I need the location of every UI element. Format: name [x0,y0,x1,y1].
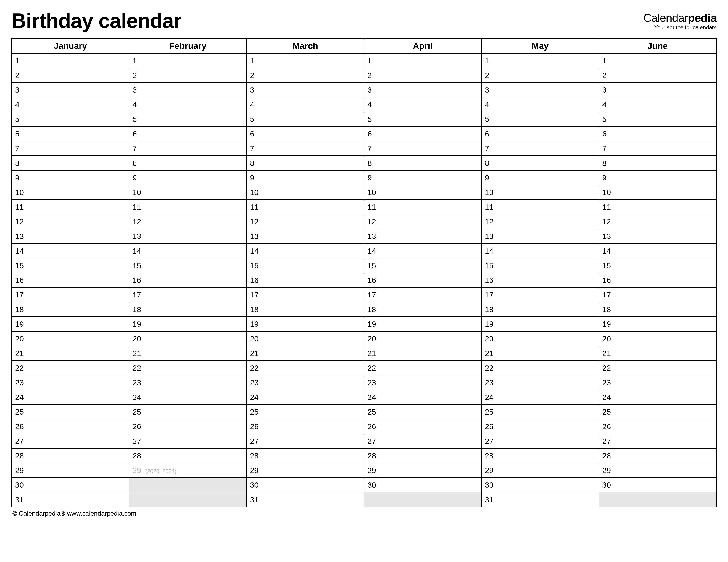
day-cell[interactable]: 27 [599,434,716,448]
day-cell[interactable]: 2 [599,68,716,83]
day-cell[interactable]: 11 [482,200,599,214]
day-cell[interactable]: 1 [482,53,599,68]
day-cell[interactable]: 27 [129,434,247,448]
day-cell[interactable]: 1 [12,53,129,68]
day-cell[interactable]: 6 [12,126,129,141]
day-cell[interactable]: 11 [599,200,716,214]
day-cell[interactable]: 1 [129,53,247,68]
day-cell[interactable]: 25 [246,404,364,419]
day-cell[interactable]: 30 [12,478,129,492]
day-cell[interactable]: 3 [364,83,482,97]
day-cell[interactable]: 10 [599,185,716,200]
day-cell[interactable]: 9 [12,170,129,185]
day-cell[interactable]: 30 [599,478,716,492]
day-cell[interactable]: 1 [364,53,482,68]
day-cell[interactable]: 9 [599,170,716,185]
day-cell[interactable]: 2 [482,68,599,83]
day-cell[interactable]: 11 [12,200,129,214]
day-cell[interactable]: 17 [246,287,364,302]
day-cell[interactable]: 24 [246,390,364,404]
day-cell[interactable]: 12 [129,214,247,229]
day-cell[interactable]: 15 [12,258,129,273]
day-cell[interactable]: 29 [364,463,482,478]
day-cell[interactable]: 29 [246,463,364,478]
day-cell[interactable]: 25 [364,404,482,419]
day-cell[interactable]: 10 [246,185,364,200]
day-cell[interactable]: 23 [129,375,247,390]
day-cell[interactable]: 26 [12,419,129,434]
day-cell[interactable]: 24 [129,390,247,404]
day-cell[interactable]: 28 [364,448,482,463]
day-cell[interactable]: 4 [246,97,364,112]
day-cell[interactable]: 26 [246,419,364,434]
day-cell[interactable]: 29 [12,463,129,478]
day-cell[interactable]: 16 [246,273,364,287]
day-cell[interactable]: 16 [482,273,599,287]
day-cell[interactable]: 15 [364,258,482,273]
day-cell[interactable]: 14 [482,244,599,258]
day-cell[interactable]: 23 [12,375,129,390]
day-cell[interactable]: 16 [599,273,716,287]
day-cell[interactable]: 8 [482,156,599,170]
day-cell[interactable]: 24 [599,390,716,404]
day-cell[interactable]: 20 [12,331,129,346]
day-cell[interactable]: 20 [599,331,716,346]
day-cell[interactable]: 17 [12,287,129,302]
day-cell[interactable]: 25 [129,404,247,419]
day-cell[interactable]: 23 [599,375,716,390]
day-cell[interactable]: 17 [599,287,716,302]
day-cell[interactable]: 26 [482,419,599,434]
day-cell[interactable]: 16 [12,273,129,287]
day-cell[interactable]: 24 [482,390,599,404]
day-cell[interactable]: 12 [364,214,482,229]
day-cell[interactable]: 26 [599,419,716,434]
day-cell[interactable]: 18 [246,302,364,317]
day-cell[interactable]: 1 [246,53,364,68]
day-cell[interactable]: 19 [482,317,599,331]
day-cell[interactable]: 2 [364,68,482,83]
day-cell[interactable]: 27 [364,434,482,448]
day-cell[interactable]: 25 [599,404,716,419]
day-cell[interactable]: 23 [246,375,364,390]
day-cell[interactable]: 22 [246,361,364,375]
day-cell[interactable]: 29 [482,463,599,478]
day-cell[interactable]: 3 [246,83,364,97]
day-cell[interactable]: 12 [599,214,716,229]
day-cell[interactable]: 12 [246,214,364,229]
day-cell[interactable]: 13 [246,229,364,244]
day-cell[interactable]: 4 [12,97,129,112]
day-cell[interactable]: 28 [129,448,247,463]
day-cell[interactable]: 10 [12,185,129,200]
day-cell[interactable]: 14 [599,244,716,258]
day-cell[interactable]: 11 [364,200,482,214]
day-cell[interactable]: 30 [246,478,364,492]
day-cell[interactable]: 26 [364,419,482,434]
day-cell[interactable]: 7 [364,141,482,156]
day-cell[interactable]: 14 [12,244,129,258]
day-cell[interactable]: 18 [364,302,482,317]
day-cell[interactable]: 29 [599,463,716,478]
day-cell[interactable]: 6 [482,126,599,141]
day-cell[interactable]: 19 [599,317,716,331]
day-cell[interactable]: 21 [599,346,716,361]
day-cell[interactable]: 8 [12,156,129,170]
day-cell[interactable]: 5 [12,112,129,126]
day-cell[interactable]: 14 [129,244,247,258]
day-cell[interactable]: 11 [246,200,364,214]
day-cell[interactable]: 3 [129,83,247,97]
day-cell[interactable]: 27 [12,434,129,448]
day-cell[interactable]: 18 [482,302,599,317]
day-cell[interactable]: 4 [364,97,482,112]
day-cell[interactable]: 12 [482,214,599,229]
day-cell[interactable]: 2 [129,68,247,83]
day-cell[interactable]: 6 [246,126,364,141]
day-cell[interactable]: 19 [246,317,364,331]
day-cell[interactable]: 16 [364,273,482,287]
day-cell[interactable]: 10 [129,185,247,200]
day-cell[interactable]: 17 [129,287,247,302]
day-cell[interactable]: 7 [599,141,716,156]
day-cell[interactable]: 4 [129,97,247,112]
day-cell[interactable]: 22 [364,361,482,375]
day-cell[interactable]: 16 [129,273,247,287]
day-cell[interactable]: 30 [364,478,482,492]
